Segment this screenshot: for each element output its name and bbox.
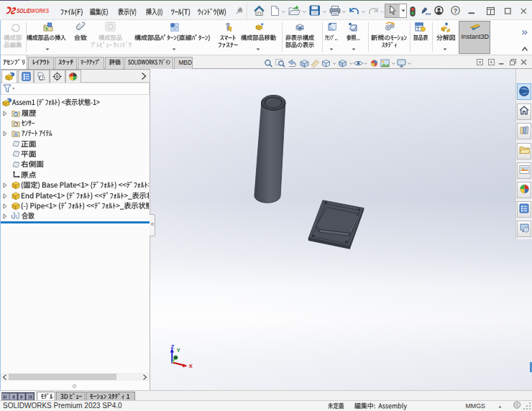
svg-text:Y: Y bbox=[176, 347, 180, 354]
svg-text:X: X bbox=[189, 363, 193, 369]
svg-text:A: A bbox=[14, 132, 17, 137]
svg-text:Z: Z bbox=[170, 343, 174, 350]
svg-text:?: ? bbox=[454, 7, 458, 14]
